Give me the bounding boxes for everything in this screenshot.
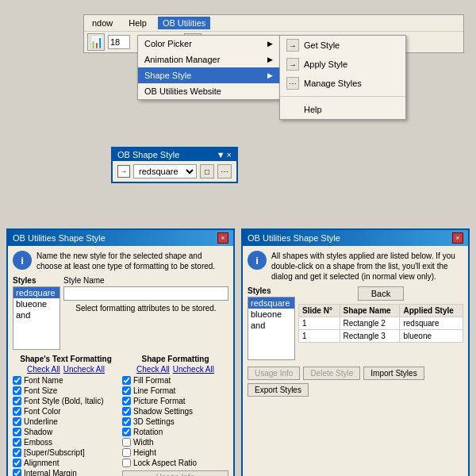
bottom-area: OB Utilities Shape Style × i Name the ne…: [0, 222, 476, 476]
style-name-input[interactable]: [63, 286, 228, 301]
style-menu-btn[interactable]: ⋯: [217, 164, 232, 178]
cb-superscript: [Super/Subscript]: [13, 448, 119, 457]
right-usage-info-btn[interactable]: Usage Info: [248, 367, 300, 380]
cb-lock-aspect: Lock Aspect Ratio: [122, 459, 228, 467]
cb-height: Height: [122, 448, 228, 457]
cb-internal-margin: Internal Margin: [13, 469, 119, 476]
formatting-section: Shape's Text Formatting Check All Unchec…: [13, 355, 228, 476]
cb-line-format: Line Format: [122, 386, 228, 395]
cell-style-redsquare: redsquare: [400, 317, 463, 330]
chart-icon: 📊: [90, 36, 103, 48]
right-dialog-title: OB Utilities Shape Style: [248, 233, 340, 243]
style-item-blueone[interactable]: blueone: [13, 298, 60, 309]
menu-item-window[interactable]: ndow: [87, 17, 117, 29]
right-dialog-titlebar: OB Utilities Shape Style ×: [243, 230, 468, 246]
submenu: → Get Style → Apply Style ⋯ Manage Style…: [279, 35, 406, 120]
right-dialog-body: i All shapes with styles applied are lis…: [243, 246, 468, 401]
shape-format-title: Shape Formatting: [122, 355, 228, 363]
apply-style-small-icon: →: [117, 165, 130, 178]
font-size-input[interactable]: [108, 35, 130, 49]
style-new-btn[interactable]: □: [200, 164, 214, 178]
left-dialog-body: i Name the new style for the selected sh…: [8, 246, 233, 476]
style-name-label: Style Name: [63, 276, 228, 285]
usage-info-btn[interactable]: Usage Info: [122, 470, 228, 476]
cb-font-name: Font Name: [13, 376, 119, 385]
info-row: i Name the new style for the selected sh…: [13, 251, 228, 271]
submenu-get-style[interactable]: → Get Style: [280, 36, 405, 55]
text-uncheck-all[interactable]: Uncheck All: [63, 365, 105, 374]
col-applied-style: Applied Style: [400, 305, 463, 317]
cb-fill-format: Fill Format: [122, 376, 228, 385]
cb-font-color: Font Color: [13, 407, 119, 416]
styles-left-col: Styles redsquare blueone and: [13, 276, 60, 350]
style-item-and[interactable]: and: [13, 309, 60, 321]
right-styles-list[interactable]: redsquare blueone and: [248, 297, 295, 360]
dropdown-item-color-picker[interactable]: Color Picker ▶: [138, 36, 279, 52]
cb-font-size: Font Size: [13, 386, 119, 395]
dropdown-item-shape-style[interactable]: Shape Style ▶: [138, 67, 279, 83]
cb-shadow: Shadow: [13, 428, 119, 436]
left-dialog-title: OB Utilities Shape Style: [13, 233, 106, 243]
cb-underline: Underline: [13, 417, 119, 426]
right-delete-style-btn[interactable]: Delete Style: [303, 367, 360, 380]
cb-font-style: Font Style (Bold, Italic): [13, 397, 119, 405]
cell-slide-2: 1: [299, 330, 340, 343]
shape-style-panel: OB Shape Style ▼ × → redsquare blueone □…: [111, 147, 238, 183]
shape-format-col: Shape Formatting Check All Uncheck All F…: [122, 355, 228, 476]
right-main-col: Back Slide N° Shape Name Applied Style: [298, 286, 463, 360]
left-dialog-close[interactable]: ×: [217, 232, 228, 244]
cb-width: Width: [122, 438, 228, 447]
right-info-row: i All shapes with styles applied are lis…: [248, 251, 463, 282]
submenu-manage-styles[interactable]: ⋯ Manage Styles: [280, 74, 405, 93]
pin-icon[interactable]: ▼: [217, 150, 225, 159]
shape-uncheck-all[interactable]: Uncheck All: [173, 365, 214, 374]
right-style-and[interactable]: and: [248, 320, 294, 331]
manage-styles-icon: ⋯: [286, 77, 299, 90]
close-icon[interactable]: ×: [227, 150, 232, 159]
shape-style-dropdown[interactable]: redsquare blueone: [133, 164, 197, 178]
right-style-redsquare[interactable]: redsquare: [248, 298, 294, 309]
get-style-icon: →: [286, 39, 299, 52]
menu-item-help[interactable]: Help: [124, 17, 152, 29]
info-icon: i: [13, 251, 32, 270]
right-export-styles-btn[interactable]: Export Styles: [248, 383, 309, 397]
back-button[interactable]: Back: [358, 286, 404, 301]
menu-bar: ndow Help OB Utilities: [84, 15, 463, 32]
table-row[interactable]: 1 Rectangle 3 blueone: [299, 330, 463, 343]
right-dialog-close[interactable]: ×: [452, 232, 463, 244]
cell-shape-rect2: Rectangle 2: [340, 317, 400, 330]
cb-emboss: Emboss: [13, 438, 119, 447]
menu-item-ob-utilities[interactable]: OB Utilities: [158, 17, 210, 29]
select-formatting-label: Select formatting attributes to be store…: [63, 304, 228, 313]
cb-picture-format: Picture Format: [122, 397, 228, 405]
table-row[interactable]: 1 Rectangle 2 redsquare: [299, 317, 463, 330]
submenu-help[interactable]: Help: [280, 100, 405, 119]
chart-button[interactable]: 📊: [87, 33, 105, 51]
styles-list[interactable]: redsquare blueone and: [13, 286, 60, 350]
text-format-col: Shape's Text Formatting Check All Unchec…: [13, 355, 119, 476]
shapes-table: Slide N° Shape Name Applied Style 1 Rect…: [298, 304, 463, 343]
right-styles-left-col: Styles redsquare blueone and: [248, 286, 295, 360]
left-dialog-titlebar: OB Utilities Shape Style ×: [8, 230, 233, 246]
cb-shadow-settings: Shadow Settings: [122, 407, 228, 416]
text-check-all[interactable]: Check All: [27, 365, 60, 374]
styles-panel: Styles redsquare blueone and Style Name …: [13, 276, 228, 350]
help-submenu-icon: [286, 103, 299, 116]
submenu-apply-style[interactable]: → Apply Style: [280, 55, 405, 74]
shape-check-all[interactable]: Check All: [136, 365, 170, 374]
shape-style-body: → redsquare blueone □ ⋯: [113, 161, 236, 182]
text-format-actions: Check All Uncheck All: [13, 365, 119, 374]
shape-format-actions: Check All Uncheck All: [122, 365, 228, 374]
cb-alignment: Alignment: [13, 459, 119, 467]
right-action-buttons: Usage Info Delete Style Import Styles Ex…: [248, 367, 463, 397]
text-format-title: Shape's Text Formatting: [13, 355, 119, 363]
right-styles-panel: Styles redsquare blueone and Back S: [248, 286, 463, 360]
right-import-styles-btn[interactable]: Import Styles: [363, 367, 424, 380]
dropdown-menu: Color Picker ▶ Animation Manager ▶ Shape…: [137, 35, 280, 100]
right-style-blueone[interactable]: blueone: [248, 309, 294, 320]
dropdown-item-animation[interactable]: Animation Manager ▶: [138, 52, 279, 67]
right-dialog: OB Utilities Shape Style × i All shapes …: [241, 228, 470, 476]
info-text: Name the new style for the selected shap…: [36, 251, 228, 271]
dropdown-item-website[interactable]: OB Utilities Website: [138, 83, 279, 99]
style-item-redsquare[interactable]: redsquare: [13, 287, 60, 298]
